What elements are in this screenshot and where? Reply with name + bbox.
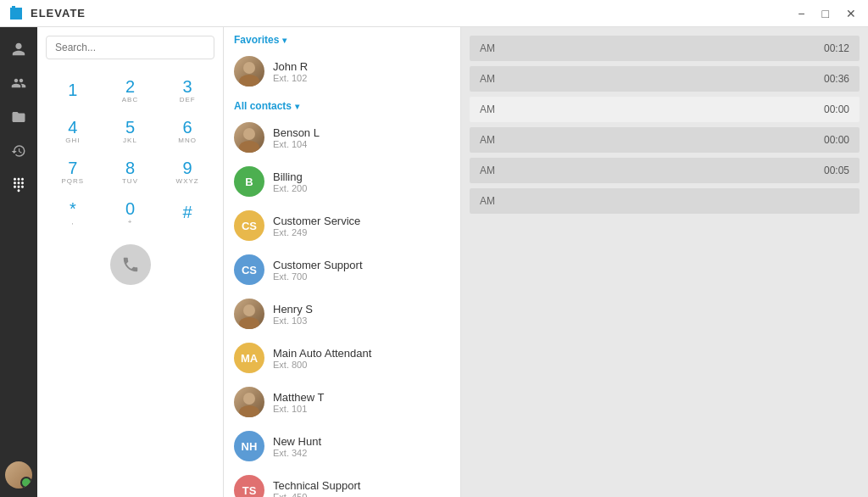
call-row[interactable]: AM00:00 — [470, 97, 860, 122]
dial-key-1[interactable]: 1 — [46, 71, 100, 109]
contact-name: Henry S — [273, 303, 450, 316]
contact-item[interactable]: John R Ext. 102 — [224, 49, 460, 93]
contact-name: Customer Support — [273, 259, 450, 271]
dialpad-panel: 12ABC3DEF4GHI5JKL6MNO7PQRS8TUV9WXYZ*,0+# — [37, 27, 224, 497]
dial-key-2[interactable]: 2ABC — [103, 71, 158, 109]
contact-ext: Ext. 800 — [273, 360, 450, 370]
sidebar-item-person[interactable] — [3, 34, 34, 64]
contact-avatar: NH — [234, 431, 264, 461]
svg-point-4 — [243, 128, 255, 140]
files-icon — [11, 109, 26, 125]
call-duration: 00:00 — [824, 134, 849, 146]
contact-info: Customer Service Ext. 249 — [273, 215, 450, 237]
contact-avatar — [234, 56, 264, 87]
contact-item[interactable]: B Billing Ext. 200 — [224, 159, 460, 204]
search-input[interactable] — [46, 36, 214, 59]
dial-sub: TUV — [122, 177, 138, 185]
call-time-label: AM — [480, 103, 495, 115]
contact-name: Main Auto Attendant — [273, 347, 450, 360]
sidebar-item-contacts[interactable] — [3, 68, 34, 98]
dial-sub: WXYZ — [176, 177, 199, 185]
contact-ext: Ext. 450 — [273, 492, 450, 498]
contact-item[interactable]: CS Customer Service Ext. 249 — [224, 204, 460, 248]
sidebar-item-dialpad[interactable] — [3, 170, 34, 200]
dial-key-5[interactable]: 5JKL — [103, 112, 158, 149]
contact-avatar: CS — [234, 254, 264, 285]
app-name: ELEVATE — [31, 7, 86, 20]
avatar-initials: MA — [241, 352, 258, 365]
contact-info: Henry S Ext. 103 — [273, 303, 450, 326]
contact-info: Benson L Ext. 104 — [273, 126, 450, 149]
svg-point-8 — [243, 393, 255, 405]
avatar-photo — [234, 299, 264, 329]
contact-item[interactable]: NH New Hunt Ext. 342 — [224, 424, 460, 468]
avatar-initials: B — [245, 176, 253, 188]
svg-rect-1 — [12, 6, 15, 9]
app-logo: ELEVATE — [7, 4, 86, 23]
contact-item[interactable]: Matthew T Ext. 101 — [224, 380, 460, 424]
call-row[interactable]: AM00:12 — [470, 36, 860, 61]
avatar-initials: CS — [242, 264, 257, 276]
dial-key-8[interactable]: 8TUV — [103, 153, 158, 190]
sidebar-item-history[interactable] — [3, 136, 34, 166]
close-button[interactable]: ✕ — [841, 5, 861, 22]
dialpad-grid: 12ABC3DEF4GHI5JKL6MNO7PQRS8TUV9WXYZ*,0+# — [46, 71, 214, 231]
minimize-button[interactable]: − — [793, 5, 810, 22]
contact-item[interactable]: Henry S Ext. 103 — [224, 292, 460, 336]
dial-key-3[interactable]: 3DEF — [160, 71, 214, 109]
call-row[interactable]: AM — [470, 188, 860, 214]
call-time-label: AM — [480, 42, 495, 54]
contact-ext: Ext. 102 — [273, 73, 450, 83]
window-controls[interactable]: − □ ✕ — [793, 5, 861, 22]
dial-key-4[interactable]: 4GHI — [46, 112, 100, 149]
contact-item[interactable]: MA Main Auto Attendant Ext. 800 — [224, 336, 460, 380]
person-icon — [11, 42, 26, 57]
dial-key-0[interactable]: 0+ — [103, 193, 158, 231]
svg-point-9 — [239, 405, 259, 417]
contact-info: Customer Support Ext. 700 — [273, 259, 450, 282]
contacts-icon — [11, 75, 26, 91]
contact-avatar — [234, 299, 264, 329]
contact-ext: Ext. 700 — [273, 271, 450, 282]
dial-key-*[interactable]: *, — [46, 193, 100, 231]
user-avatar[interactable] — [5, 461, 32, 489]
right-panel: AM00:12AM00:36AM00:00AM00:00AM00:05AM — [461, 27, 868, 497]
contact-avatar: CS — [234, 210, 264, 241]
contact-item[interactable]: TS Technical Support Ext. 450 — [224, 468, 460, 497]
call-time-label: AM — [480, 73, 495, 85]
favorites-label: Favorites — [234, 34, 279, 46]
call-button[interactable] — [110, 244, 151, 285]
dial-sub: , — [71, 218, 74, 226]
contact-ext: Ext. 342 — [273, 448, 450, 458]
avatar-photo — [234, 122, 264, 153]
dial-key-6[interactable]: 6MNO — [160, 112, 214, 149]
dial-num: 4 — [68, 118, 77, 137]
call-history-list: AM00:12AM00:36AM00:00AM00:00AM00:05AM — [461, 27, 868, 497]
dial-num: 5 — [125, 118, 135, 137]
dialpad-icon — [11, 177, 26, 193]
contact-avatar — [234, 387, 264, 417]
contact-ext: Ext. 101 — [273, 404, 450, 414]
call-row[interactable]: AM00:05 — [470, 158, 860, 183]
dial-key-7[interactable]: 7PQRS — [46, 153, 100, 190]
call-duration: 00:00 — [824, 103, 849, 115]
favorites-header[interactable]: Favorites▾ — [224, 27, 460, 49]
titlebar: ELEVATE − □ ✕ — [0, 0, 868, 27]
sidebar-bottom — [5, 461, 32, 497]
dial-key-9[interactable]: 9WXYZ — [160, 153, 214, 190]
call-icon — [121, 255, 140, 274]
dial-key-#[interactable]: # — [160, 193, 214, 231]
contact-ext: Ext. 104 — [273, 139, 450, 149]
maximize-button[interactable]: □ — [817, 5, 834, 22]
call-row[interactable]: AM00:36 — [470, 66, 860, 92]
contact-item[interactable]: Benson L Ext. 104 — [224, 115, 460, 159]
all-contacts-header[interactable]: All contacts▾ — [224, 93, 460, 115]
contact-ext: Ext. 249 — [273, 227, 450, 237]
contact-avatar: MA — [234, 343, 264, 373]
svg-rect-0 — [10, 8, 22, 20]
call-row[interactable]: AM00:00 — [470, 127, 860, 153]
contact-item[interactable]: CS Customer Support Ext. 700 — [224, 248, 460, 292]
contact-avatar — [234, 122, 264, 153]
sidebar-item-files[interactable] — [3, 102, 34, 132]
contact-info: New Hunt Ext. 342 — [273, 435, 450, 458]
